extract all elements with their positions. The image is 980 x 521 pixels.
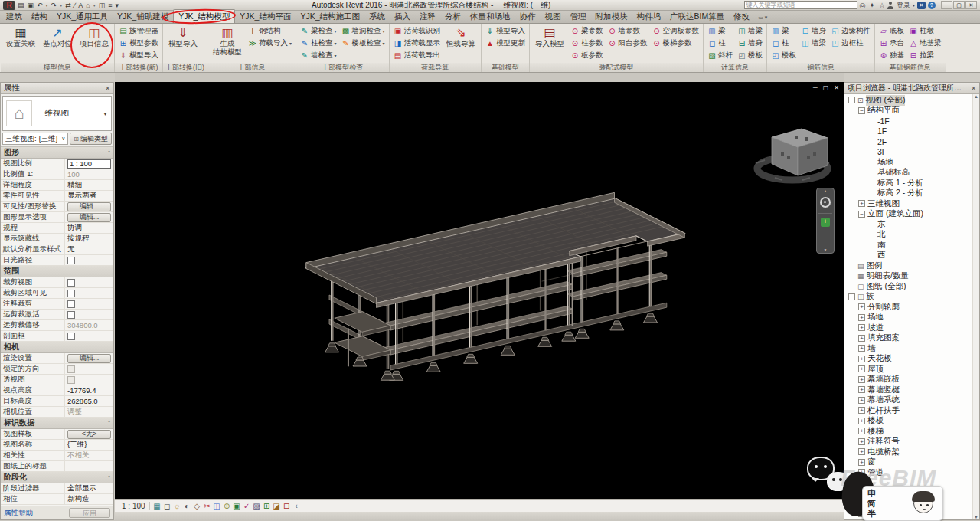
sign-in-label[interactable]: 登录 [897,1,910,10]
properties-help-link[interactable]: 属性帮助 [4,508,33,518]
show-analytical-icon[interactable]: ⊞ [262,500,272,512]
property-value[interactable]: 1 : 100 [65,159,113,169]
tree-expander-icon[interactable]: + [858,397,865,404]
wall-opening-check-dropdown-icon[interactable]: ▾ [383,28,385,34]
drawing-area[interactable]: ─▢✕ ▲ + ▼ [115,82,844,499]
vp-minimize-icon[interactable]: ─ [813,84,818,91]
property-group-阶段化[interactable]: 阶段化ˆ [1,472,113,483]
redo-icon[interactable]: ↷ [51,1,57,10]
highlight-displacement-icon[interactable]: ◪ [272,500,282,512]
tree-expander-icon[interactable]: + [858,356,865,362]
ribbon-button-brace-calc[interactable]: ▨斜杆 [706,50,734,61]
ribbon-button-steel-structure[interactable]: I钢结构 [247,25,293,37]
load-import-dropdown-icon[interactable]: ▾ [289,41,292,46]
scroll-up-icon[interactable]: ▲ [974,94,978,99]
property-value[interactable] [65,376,113,384]
tab-annotate[interactable]: 注释 [415,10,440,23]
property-value[interactable] [65,300,113,308]
ribbon-button-column-calc[interactable]: ◻柱 [706,38,734,49]
tree-item[interactable]: 标高 2 - 分析 [844,188,979,199]
tab-add-ins[interactable]: 附加模块 [591,10,632,23]
property-value[interactable]: 编辑... [65,213,113,222]
collapse-icon[interactable]: ˆ [108,344,110,351]
tree-expander-icon[interactable]: + [858,335,865,342]
close-button[interactable]: ✕ [965,1,977,9]
tab-structure[interactable]: 结构 [27,10,52,23]
tree-expander-icon[interactable]: + [858,459,865,466]
property-group-标识数据[interactable]: 标识数据ˆ [1,418,113,429]
ribbon-button-model-import-old[interactable]: ⇓模型导入 [165,25,201,48]
ribbon-button-base-point-align[interactable]: ↗基点对位 [40,25,75,48]
browser-scrollbar[interactable]: ▲ ▼ [972,94,979,519]
rendering-dialog-icon[interactable]: ◇ [192,500,202,512]
tree-item[interactable]: ▢图纸 (全部) [844,281,979,292]
property-value[interactable] [65,279,113,287]
tree-item[interactable]: -1F [844,116,979,126]
property-value[interactable] [65,365,113,373]
tree-item[interactable]: 场地 [844,157,979,168]
ribbon-button-project-info[interactable]: ◫项目信息 [77,25,112,48]
ribbon-button-wall-beam-rebar[interactable]: ◫墙梁 [799,38,828,49]
tree-item[interactable]: ▦明细表/数量 [844,271,979,282]
tab-glodon-bim-quantity[interactable]: 广联达BIM算量 [665,10,729,23]
tree-item[interactable]: −立面 (建筑立面) [844,209,979,220]
beam-check-dropdown-icon[interactable]: ▾ [335,28,337,34]
tree-item[interactable]: 2F [844,136,979,147]
type-selector-dropdown-icon[interactable]: ▼ [103,111,108,116]
restore-button[interactable]: ▢ [953,1,965,9]
tree-item[interactable]: +墙 [844,343,979,354]
apply-button[interactable]: 应用 [69,508,110,518]
minimize-button[interactable]: ─ [941,1,952,9]
tree-item[interactable]: 1F [844,126,979,137]
ribbon-button-foundation-beam-rebar[interactable]: △地基梁 [907,38,943,49]
property-edit-button[interactable]: 编辑... [67,354,111,363]
tree-item[interactable]: 东 [844,219,979,230]
tab-manage[interactable]: 管理 [566,10,591,23]
property-value[interactable]: <无> [65,430,113,439]
tree-expander-icon[interactable]: + [858,345,865,352]
tree-expander-icon[interactable]: − [848,97,855,103]
tab-component-dock[interactable]: 构件坞 [632,10,666,23]
property-checkbox[interactable] [67,333,75,340]
tree-item[interactable]: −⊡视图 (全部) [844,95,979,106]
ribbon-button-model-import-foundation[interactable]: ⇓模型导入 [484,25,527,37]
shadows-icon[interactable]: ◐ [182,500,192,512]
tab-yjk-structural-drawings[interactable]: YJK_结构施工图 [296,10,364,23]
property-edit-button[interactable]: 编辑... [67,202,111,211]
ribbon-button-bottom-slab-rebar[interactable]: ▱底板 [877,25,906,37]
tree-item[interactable]: +坡道 [844,323,979,333]
steering-wheel-icon[interactable] [820,197,831,208]
navbar-up-icon[interactable]: ▲ [824,188,828,194]
show-crop-region-icon[interactable]: ◫ [212,500,222,512]
vp-restore-icon[interactable]: ▢ [823,84,829,91]
tree-item[interactable]: −结构平面 [844,106,979,116]
tree-item[interactable]: 标高 1 - 分析 [844,178,979,188]
tree-item[interactable]: 基础标高 [844,168,979,179]
property-checkbox[interactable] [67,290,75,297]
property-value[interactable]: 无 [65,244,113,254]
reveal-hidden-icon[interactable]: ✓ [242,500,252,512]
thin-lines-icon[interactable]: ≡ [108,1,112,10]
ribbon-button-live-load-export[interactable]: ▤活荷载导出 [392,50,443,61]
property-value[interactable] [65,257,113,264]
property-group-相机[interactable]: 相机ˆ [1,342,113,353]
property-value[interactable]: {三维} [65,440,113,450]
ribbon-button-model-params[interactable]: ⊞模型参数 [117,38,160,49]
tab-system[interactable]: 系统 [364,10,390,23]
undo-dropdown-icon[interactable]: ▾ [46,2,48,8]
default-3d-view-dropdown-icon[interactable]: ▾ [93,2,96,8]
tree-expander-icon[interactable]: + [858,314,865,321]
tree-expander-icon[interactable]: + [858,428,865,434]
ribbon-button-isolated-footing-rebar[interactable]: ⊛独基 [877,50,906,61]
column-check-dropdown-icon[interactable]: ▾ [335,41,337,46]
ribbon-button-import-model[interactable]: ▤导入模型 [532,25,567,48]
property-value[interactable]: 262865.0 [65,397,113,405]
tree-item[interactable]: 3F [844,147,979,158]
tab-insert[interactable]: 插入 [390,10,415,23]
ribbon-button-wall-opening-check[interactable]: ▩墙洞检查▾ [340,25,387,37]
open-file-icon[interactable]: ▤ [18,1,24,10]
tree-item[interactable]: +天花板 [844,354,979,365]
tree-item[interactable]: +填充图案 [844,333,979,344]
property-checkbox[interactable] [67,300,75,308]
ribbon-button-tie-beam-rebar[interactable]: ⊟拉梁 [907,50,943,61]
